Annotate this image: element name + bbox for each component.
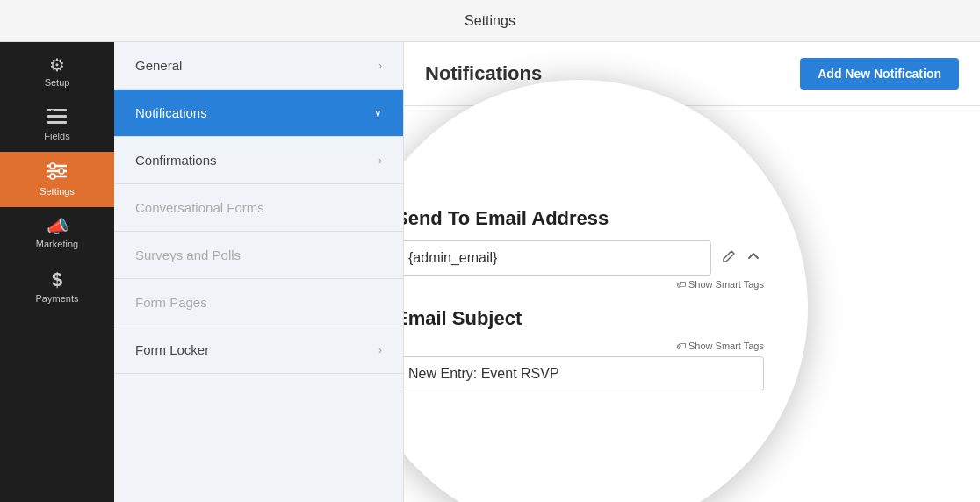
form-locker-label: Form Locker	[135, 342, 209, 357]
notifications-label: Notifications	[135, 105, 207, 120]
sidebar-item-conversational-forms: Conversational Forms	[114, 184, 403, 232]
svg-rect-2	[47, 121, 67, 124]
marketing-label: Marketing	[36, 239, 78, 249]
settings-icon	[47, 162, 67, 183]
spotlight-overlay: Send To Email Address	[404, 80, 808, 502]
svg-point-8	[59, 169, 64, 174]
page-title: Settings	[465, 13, 515, 29]
show-smart-tags-label: Show Smart Tags	[688, 279, 764, 290]
chevron-right-icon-3: ›	[378, 344, 382, 356]
sidebar-item-settings[interactable]: Settings	[0, 152, 114, 207]
content-area: Notifications Add New Notification Send …	[404, 42, 980, 502]
sidebar-item-setup[interactable]: ⚙ Setup	[0, 46, 114, 98]
add-notification-button[interactable]: Add New Notification	[800, 58, 959, 90]
fields-icon	[47, 109, 67, 127]
conversational-forms-label: Conversational Forms	[135, 200, 264, 215]
send-to-email-section: Send To Email Address	[404, 207, 764, 290]
settings-label: Settings	[40, 186, 75, 197]
chevron-right-icon: ›	[378, 60, 382, 72]
settings-sidebar: General › Notifications ∨ Confirmations …	[114, 42, 404, 502]
top-bar: Settings	[0, 0, 980, 42]
email-subject-section: Email Subject 🏷 Show Smart Tags	[404, 307, 764, 391]
general-label: General	[135, 58, 182, 73]
show-smart-tags-label-2: Show Smart Tags	[688, 341, 764, 351]
send-to-email-input-wrapper	[404, 240, 764, 276]
sidebar-item-form-locker[interactable]: Form Locker ›	[114, 326, 403, 374]
content-header: Notifications Add New Notification	[404, 42, 980, 106]
surveys-polls-label: Surveys and Polls	[135, 247, 241, 262]
sidebar-item-form-pages: Form Pages	[114, 279, 403, 326]
send-to-email-actions	[718, 246, 764, 270]
sidebar-item-marketing[interactable]: 📣 Marketing	[0, 207, 114, 260]
svg-rect-0	[47, 109, 67, 111]
collapse-icon-button[interactable]	[743, 246, 764, 270]
chevron-right-icon-2: ›	[378, 154, 382, 167]
form-pages-label: Form Pages	[135, 295, 207, 310]
setup-label: Setup	[45, 77, 70, 88]
sidebar-item-surveys-polls: Surveys and Polls	[114, 232, 403, 279]
sidebar-item-payments[interactable]: $ Payments	[0, 260, 114, 314]
svg-point-7	[50, 163, 55, 169]
show-smart-tags-send-to: 🏷 Show Smart Tags	[404, 279, 764, 290]
content-body: Send To Email Address	[404, 106, 980, 141]
marketing-icon: 📣	[47, 218, 68, 235]
sidebar-item-confirmations[interactable]: Confirmations ›	[114, 137, 403, 184]
svg-rect-1	[47, 115, 67, 118]
show-smart-tags-subject: 🏷 Show Smart Tags	[404, 341, 764, 351]
smart-tag-icon-2: 🏷	[676, 341, 686, 351]
setup-icon: ⚙	[49, 56, 65, 74]
payments-label: Payments	[36, 293, 79, 304]
svg-point-9	[50, 174, 55, 179]
content-title: Notifications	[425, 62, 542, 85]
confirmations-label: Confirmations	[135, 153, 217, 168]
email-subject-input[interactable]	[404, 356, 764, 391]
fields-label: Fields	[44, 131, 69, 141]
main-layout: ⚙ Setup Fields	[0, 42, 980, 502]
sidebar-item-notifications[interactable]: Notifications ∨	[114, 90, 403, 137]
sidebar-item-fields[interactable]: Fields	[0, 98, 114, 152]
email-subject-label: Email Subject	[404, 307, 764, 330]
sidebar-item-general[interactable]: General ›	[114, 42, 403, 90]
edit-icon-button[interactable]	[718, 246, 739, 270]
send-to-email-input[interactable]	[404, 240, 711, 276]
smart-tag-icon: 🏷	[676, 279, 686, 290]
send-to-email-label: Send To Email Address	[404, 207, 764, 230]
chevron-down-icon: ∨	[374, 107, 382, 119]
payments-icon: $	[52, 270, 62, 290]
svg-rect-3	[51, 110, 54, 111]
left-nav: ⚙ Setup Fields	[0, 42, 114, 502]
